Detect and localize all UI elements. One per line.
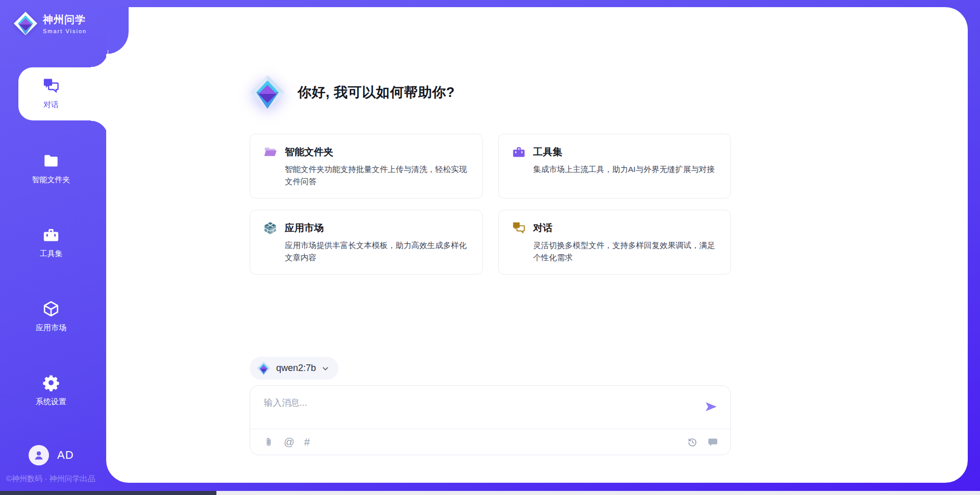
avatar: [29, 445, 49, 465]
card-description: 集成市场上主流工具，助力AI与外界无缝扩展与对接: [533, 163, 718, 176]
gear-icon: [41, 373, 61, 392]
model-logo-diamond-icon: [257, 361, 271, 375]
send-icon[interactable]: [704, 400, 718, 414]
sidebar-item-label: 智能文件夹: [32, 175, 70, 185]
scrollbar-thumb[interactable]: [0, 491, 216, 495]
user-profile[interactable]: AD: [29, 445, 74, 465]
card-description: 应用市场提供丰富长文本模板，助力高效生成多样化文章内容: [285, 239, 469, 264]
history-icon[interactable]: [687, 437, 698, 448]
sidebar-item-toolset[interactable]: 工具集: [0, 225, 102, 259]
sidebar-item-settings[interactable]: 系统设置: [0, 373, 102, 407]
cube-icon: [41, 299, 61, 318]
sidebar-item-label: 应用市场: [36, 323, 66, 333]
sidebar-item-label: 系统设置: [36, 397, 66, 407]
message-composer: @ #: [250, 385, 731, 455]
toolbox-icon: [41, 225, 61, 244]
card-toolset[interactable]: 工具集 集成市场上主流工具，助力AI与外界无缝扩展与对接: [498, 134, 731, 199]
person-icon: [33, 449, 45, 461]
brand-name: 神州问学: [43, 13, 87, 27]
feature-cards: 智能文件夹 智能文件夹功能支持批量文件上传与清洗，轻松实现文件问答 工具集 集: [250, 134, 731, 275]
hashtag-icon[interactable]: #: [304, 437, 310, 448]
welcome-header: 你好, 我可以如何帮助你?: [250, 75, 455, 110]
model-name: qwen2:7b: [276, 363, 316, 374]
chat-icon: [41, 76, 61, 95]
welcome-logo-diamond-icon: [250, 75, 285, 110]
sidebar-item-chat[interactable]: 对话: [0, 76, 102, 110]
app-background: 神州问学 Smart Vision 对话 智能文件夹: [0, 0, 980, 491]
chevron-down-icon: [322, 365, 329, 373]
horizontal-scrollbar[interactable]: [0, 491, 980, 495]
folder-open-icon: [263, 145, 277, 159]
brand-subtitle: Smart Vision: [43, 28, 87, 34]
card-title: 对话: [533, 221, 553, 235]
copyright-text: ©神州数码 · 神州问学出品: [6, 474, 95, 484]
model-selector[interactable]: qwen2:7b: [250, 357, 338, 380]
sidebar-item-smart-folder[interactable]: 智能文件夹: [0, 151, 102, 185]
card-app-market[interactable]: 应用市场 应用市场提供丰富长文本模板，助力高效生成多样化文章内容: [250, 210, 483, 275]
card-smart-folder[interactable]: 智能文件夹 智能文件夹功能支持批量文件上传与清洗，轻松实现文件问答: [250, 134, 483, 199]
card-title: 应用市场: [285, 221, 324, 235]
card-description: 智能文件夹功能支持批量文件上传与清洗，轻松实现文件问答: [285, 163, 469, 188]
sidebar-item-label: 对话: [43, 100, 59, 110]
cube-grid-icon: [263, 221, 277, 235]
mention-icon[interactable]: @: [284, 437, 295, 448]
content-column: 你好, 我可以如何帮助你? 智能文件夹 智能文件夹功能支持批量文件上传与清洗，轻…: [250, 0, 731, 491]
brand-logo-diamond-icon: [13, 11, 38, 36]
card-chat[interactable]: 对话 灵活切换多模型文件，支持多样回复效果调试，满足个性化需求: [498, 210, 731, 275]
sidebar-item-label: 工具集: [40, 249, 63, 259]
folder-icon: [41, 151, 61, 170]
composer-toolbar: @ #: [263, 429, 718, 455]
card-title: 智能文件夹: [285, 145, 333, 159]
card-description: 灵活切换多模型文件，支持多样回复效果调试，满足个性化需求: [533, 239, 718, 264]
card-title: 工具集: [533, 145, 562, 159]
user-initials: AD: [57, 449, 74, 462]
brand: 神州问学 Smart Vision: [13, 11, 87, 36]
chat-icon: [512, 221, 526, 235]
message-input[interactable]: [250, 386, 730, 427]
toolbox-icon: [512, 145, 526, 159]
sidebar-item-app-market[interactable]: 应用市场: [0, 299, 102, 333]
attachment-icon[interactable]: [263, 437, 274, 448]
comment-icon[interactable]: [707, 437, 718, 448]
greeting-title: 你好, 我可以如何帮助你?: [298, 83, 455, 102]
